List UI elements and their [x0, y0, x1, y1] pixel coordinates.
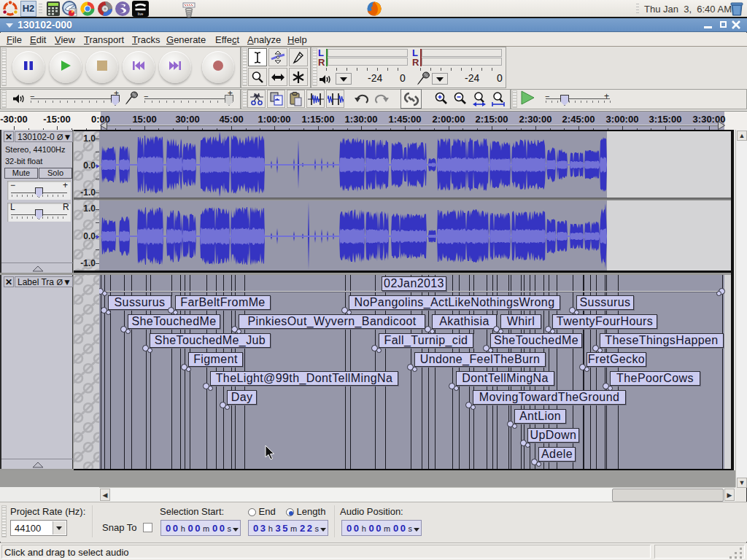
svg-text:live: live: [138, 12, 144, 16]
